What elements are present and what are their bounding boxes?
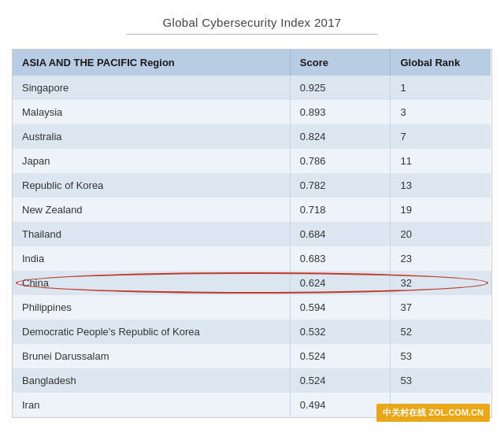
cell-score: 0.494 [290,393,391,417]
cell-country: China [13,271,290,295]
table-row: Republic of Korea0.78213 [13,173,491,198]
cell-score: 0.684 [290,222,391,246]
cell-country: New Zealand [13,198,290,222]
table-row: Bangladesh0.52453 [13,368,491,393]
cell-rank: 32 [391,271,491,295]
table-row: Philippines0.59437 [13,295,491,320]
cybersecurity-table: ASIA AND THE PACIFIC Region Score Global… [13,50,491,417]
cell-rank: 23 [391,246,491,271]
cell-score: 0.524 [290,344,391,368]
cell-country: Iran [13,393,290,417]
cell-score: 0.893 [290,100,391,124]
table-row: Australia0.8247 [13,124,491,149]
cell-country: Thailand [13,222,290,246]
cell-country: Bangladesh [13,368,290,393]
page-title: Global Cybersecurity Index 2017 [163,16,342,29]
cell-rank: 11 [391,149,491,173]
header-score: Score [290,50,391,76]
cell-score: 0.782 [290,173,391,198]
cell-rank: 53 [391,368,491,393]
cell-country: Democratic People's Republic of Korea [13,320,290,344]
table-row: Democratic People's Republic of Korea0.5… [13,320,491,344]
table-row: Brunei Darussalam0.52453 [13,344,491,368]
table-row: Thailand0.68420 [13,222,491,246]
cell-score: 0.824 [290,124,391,149]
table-row: Singapore0.9251 [13,76,491,100]
cell-country: Malaysia [13,100,290,124]
cell-score: 0.594 [290,295,391,320]
header-rank: Global Rank [391,50,491,76]
cell-score: 0.683 [290,246,391,271]
table-row: New Zealand0.71819 [13,198,491,222]
cell-rank: 7 [391,124,491,149]
table-row: Japan0.78611 [13,149,491,173]
cell-country: Brunei Darussalam [13,344,290,368]
cell-country: India [13,246,290,271]
cell-score: 0.786 [290,149,391,173]
title-divider [126,34,378,35]
header-region: ASIA AND THE PACIFIC Region [13,50,290,76]
cell-score: 0.718 [290,198,391,222]
cell-rank: 37 [391,295,491,320]
cell-rank: 19 [391,198,491,222]
cell-score: 0.925 [290,76,391,100]
data-table-wrapper: ASIA AND THE PACIFIC Region Score Global… [12,49,492,418]
cell-rank: 3 [391,100,491,124]
cell-country: Japan [13,149,290,173]
cell-country: Philippines [13,295,290,320]
cell-rank: 13 [391,173,491,198]
cell-rank: 1 [391,76,491,100]
cell-country: Singapore [13,76,290,100]
cell-country: Republic of Korea [13,173,290,198]
cell-score: 0.624 [290,271,391,295]
cell-score: 0.524 [290,368,391,393]
cell-rank: 20 [391,222,491,246]
table-header-row: ASIA AND THE PACIFIC Region Score Global… [13,50,491,76]
table-row: China0.62432 [13,271,491,295]
table-row: India0.68323 [13,246,491,271]
cell-rank: 52 [391,320,491,344]
cell-score: 0.532 [290,320,391,344]
cell-country: Australia [13,124,290,149]
cell-rank: 53 [391,344,491,368]
watermark: 中关村在线 ZOL.COM.CN [376,404,490,422]
table-row: Malaysia0.8933 [13,100,491,124]
